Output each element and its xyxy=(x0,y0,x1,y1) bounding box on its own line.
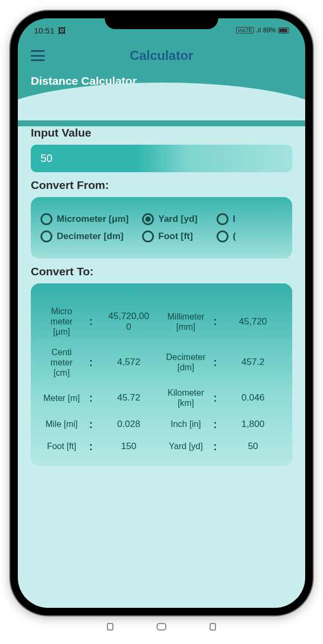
result-row: Centimeter[cm] : 4,572 Decimeter [dm] : … xyxy=(37,347,286,378)
colon-icon: : xyxy=(89,440,93,453)
unit-label: Millimeter [mm] xyxy=(162,311,210,332)
radio-micrometer[interactable]: Micrometer [μm] xyxy=(41,213,138,225)
result-cell: Yard [yd] : 50 xyxy=(162,440,286,453)
radio-circle-selected-icon xyxy=(142,213,154,225)
unit-label: Decimeter [dm] xyxy=(162,352,210,372)
radio-foot[interactable]: Foot [ft] xyxy=(142,231,212,242)
result-value: 457.2 xyxy=(220,357,286,368)
phone-notch xyxy=(105,11,218,29)
colon-icon: : xyxy=(213,356,217,369)
colon-icon: : xyxy=(213,418,217,431)
result-row: Mile [mi] : 0.028 Inch [in] : 1,800 xyxy=(37,418,286,431)
result-value: 4,572 xyxy=(96,357,162,368)
app-bar: Calculator xyxy=(18,42,305,69)
phone-frame: 10:51 🖼 VoLTE .ıl 89% Calculator Distanc… xyxy=(10,11,313,615)
main-content: Input Value Convert From: Micrometer [μm… xyxy=(18,126,305,558)
radio-label: ( xyxy=(233,231,236,242)
unit-label: Mile [mi] xyxy=(37,419,86,429)
radio-label: Foot [ft] xyxy=(158,231,193,242)
result-value: 50 xyxy=(220,441,286,452)
battery-pct: 89% xyxy=(263,26,276,34)
unit-label: Yard [yd] xyxy=(162,441,210,451)
radio-circle-icon xyxy=(41,213,52,225)
result-cell: Foot [ft] : 150 xyxy=(37,440,162,453)
colon-icon: : xyxy=(213,392,217,404)
result-cell: Micrometer[μm] : 45,720,000 xyxy=(37,306,162,337)
unit-label: Micrometer[μm] xyxy=(37,306,86,337)
radio-label: Decimeter [dm] xyxy=(57,231,124,242)
convert-from-panel: Micrometer [μm] Yard [yd] I Decimeter [d… xyxy=(31,197,292,259)
radio-circle-icon xyxy=(41,231,52,242)
result-cell: Mile [mi] : 0.028 xyxy=(37,418,162,431)
header-wave: Distance Calculator xyxy=(18,69,305,120)
radio-circle-icon xyxy=(217,231,228,242)
result-row: Meter [m] : 45.72 Kilometer [km] : 0.046 xyxy=(37,388,286,408)
radio-label: I xyxy=(233,214,235,225)
menu-icon[interactable] xyxy=(31,50,45,61)
result-value: 150 xyxy=(96,441,162,452)
unit-label: Meter [m] xyxy=(37,393,86,403)
radio-decimeter[interactable]: Decimeter [dm] xyxy=(41,231,138,242)
colon-icon: : xyxy=(213,315,217,328)
radio-partial-1[interactable]: I xyxy=(217,213,238,225)
result-value: 0.028 xyxy=(96,419,162,430)
unit-label: Centimeter[cm] xyxy=(37,347,86,378)
result-cell: Kilometer [km] : 0.046 xyxy=(162,388,286,408)
unit-label: Foot [ft] xyxy=(37,441,86,451)
to-label: Convert To: xyxy=(31,265,292,278)
result-row: Micrometer[μm] : 45,720,000 Millimeter [… xyxy=(37,306,286,337)
section-title: Distance Calculator xyxy=(31,74,292,87)
unit-label: Kilometer [km] xyxy=(162,388,210,408)
radio-label: Yard [yd] xyxy=(158,214,198,225)
screen: 10:51 🖼 VoLTE .ıl 89% Calculator Distanc… xyxy=(18,18,305,608)
convert-to-panel: Micrometer[μm] : 45,720,000 Millimeter [… xyxy=(31,283,292,466)
colon-icon: : xyxy=(89,356,93,369)
colon-icon: : xyxy=(89,315,93,328)
battery-icon xyxy=(278,28,289,33)
result-cell: Inch [in] : 1,800 xyxy=(162,418,286,431)
result-value: 0.046 xyxy=(220,392,286,403)
radio-circle-icon xyxy=(142,231,154,242)
result-row: Foot [ft] : 150 Yard [yd] : 50 xyxy=(37,440,286,453)
network-label: VoLTE xyxy=(236,27,253,33)
result-cell: Millimeter [mm] : 45,720 xyxy=(162,306,286,337)
radio-yard[interactable]: Yard [yd] xyxy=(142,213,212,225)
unit-label: Inch [in] xyxy=(162,419,210,429)
from-label: Convert From: xyxy=(31,179,292,192)
colon-icon: : xyxy=(213,440,217,453)
radio-circle-icon xyxy=(217,213,228,225)
input-label: Input Value xyxy=(31,126,292,139)
result-cell: Centimeter[cm] : 4,572 xyxy=(37,347,162,378)
colon-icon: : xyxy=(89,392,93,404)
gallery-icon: 🖼 xyxy=(58,26,66,35)
result-value: 1,800 xyxy=(220,419,286,430)
result-value: 45.72 xyxy=(96,392,162,403)
status-time: 10:51 xyxy=(34,26,55,35)
radio-label: Micrometer [μm] xyxy=(57,214,129,225)
value-input[interactable] xyxy=(31,145,292,172)
result-value: 45,720,000 xyxy=(96,311,162,333)
radio-partial-2[interactable]: ( xyxy=(217,231,238,242)
colon-icon: : xyxy=(89,418,93,431)
result-value: 45,720 xyxy=(220,316,286,327)
result-cell: Meter [m] : 45.72 xyxy=(37,388,162,408)
home-indicator xyxy=(107,623,216,631)
result-cell: Decimeter [dm] : 457.2 xyxy=(162,347,286,378)
page-title: Calculator xyxy=(130,48,193,63)
signal-icon: .ıl xyxy=(256,26,261,34)
